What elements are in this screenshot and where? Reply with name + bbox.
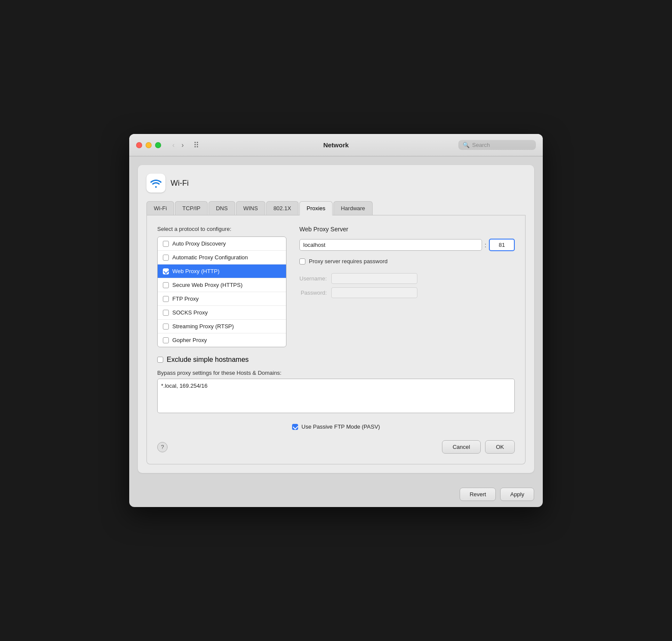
password-requires-row: Proxy server requires password (299, 258, 515, 264)
protocol-auto-config[interactable]: Automatic Proxy Configuration (158, 251, 286, 264)
protocol-label-gopher-proxy: Gopher Proxy (172, 337, 207, 343)
proxy-server-title: Web Proxy Server (299, 226, 515, 233)
grid-icon: ⠿ (193, 140, 199, 150)
ok-button[interactable]: OK (485, 440, 515, 454)
dialog-buttons: Cancel OK (442, 440, 515, 454)
checkbox-auto-proxy[interactable] (163, 241, 169, 247)
password-label: Password: (299, 289, 327, 296)
checkbox-web-proxy-http[interactable] (163, 268, 169, 274)
checkbox-gopher-proxy[interactable] (163, 337, 169, 343)
wifi-label: Wi-Fi (171, 179, 189, 188)
exclude-hostnames-label: Exclude simple hostnames (167, 356, 249, 364)
dialog-footer: ? Cancel OK (157, 440, 515, 454)
bottom-section: Exclude simple hostnames Bypass proxy se… (157, 356, 515, 430)
protocol-label-socks-proxy: SOCKS Proxy (172, 309, 208, 316)
checkbox-secure-web-proxy[interactable] (163, 282, 169, 288)
passive-ftp-row: Use Passive FTP Mode (PASV) (157, 423, 515, 430)
checkbox-auto-config[interactable] (163, 255, 169, 261)
protocol-ftp-proxy[interactable]: FTP Proxy (158, 292, 286, 306)
checkbox-streaming-proxy[interactable] (163, 324, 169, 330)
tab-8021x[interactable]: 802.1X (266, 201, 299, 215)
checkbox-ftp-proxy[interactable] (163, 296, 169, 302)
protocol-web-proxy-http[interactable]: Web Proxy (HTTP) (158, 264, 286, 278)
tab-wins[interactable]: WINS (236, 201, 265, 215)
titlebar: ‹ › ⠿ Network 🔍 Search (129, 134, 543, 156)
forward-button[interactable]: › (179, 140, 186, 150)
revert-button[interactable]: Revert (460, 488, 496, 501)
protocol-auto-proxy-discovery[interactable]: Auto Proxy Discovery (158, 237, 286, 251)
tab-tcpip[interactable]: TCP/IP (175, 201, 208, 215)
protocol-label-secure-web-proxy: Secure Web Proxy (HTTPS) (172, 282, 243, 288)
protocol-label-auto-config: Automatic Proxy Configuration (172, 254, 248, 261)
minimize-button[interactable] (146, 142, 152, 148)
wifi-header: Wi-Fi (146, 174, 526, 193)
password-requires-label: Proxy server requires password (309, 258, 388, 264)
checkbox-passive-ftp[interactable] (292, 424, 298, 430)
server-port-input[interactable] (489, 239, 515, 251)
maximize-button[interactable] (155, 142, 161, 148)
back-button[interactable]: ‹ (170, 140, 177, 150)
protocol-label-streaming-proxy: Streaming Proxy (RTSP) (172, 323, 234, 330)
checkbox-socks-proxy[interactable] (163, 310, 169, 316)
protocol-label-ftp-proxy: FTP Proxy (172, 296, 199, 302)
proxies-content: Select a protocol to configure: Auto Pro… (146, 215, 526, 464)
tab-proxies[interactable]: Proxies (299, 201, 333, 215)
protocol-streaming-proxy[interactable]: Streaming Proxy (RTSP) (158, 320, 286, 333)
checkbox-exclude-hostnames[interactable] (157, 357, 163, 363)
window-footer: Revert Apply (129, 482, 543, 507)
cancel-button[interactable]: Cancel (442, 440, 481, 454)
protocol-label-auto-proxy: Auto Proxy Discovery (172, 240, 226, 247)
protocol-section-label: Select a protocol to configure: (157, 226, 286, 232)
window-title: Network (323, 141, 348, 149)
proxy-server-section: Web Proxy Server : Proxy server requires… (299, 226, 515, 347)
passive-ftp-label: Use Passive FTP Mode (PASV) (302, 423, 380, 430)
protocol-socks-proxy[interactable]: SOCKS Proxy (158, 306, 286, 320)
password-input[interactable] (331, 287, 417, 298)
protocol-gopher-proxy[interactable]: Gopher Proxy (158, 333, 286, 347)
main-content: Wi-Fi Wi-Fi TCP/IP DNS WINS 802.1X Proxi… (129, 156, 543, 482)
tab-hardware[interactable]: Hardware (333, 201, 372, 215)
protocol-section: Select a protocol to configure: Auto Pro… (157, 226, 286, 347)
username-input[interactable] (331, 273, 417, 284)
help-button[interactable]: ? (157, 442, 168, 452)
close-button[interactable] (136, 142, 142, 148)
checkbox-requires-password[interactable] (299, 258, 305, 264)
search-icon: 🔍 (463, 142, 470, 148)
protocol-secure-web-proxy[interactable]: Secure Web Proxy (HTTPS) (158, 278, 286, 292)
exclude-hostnames-row: Exclude simple hostnames (157, 356, 515, 364)
colon-separator: : (485, 242, 486, 249)
protocol-label-web-proxy-http: Web Proxy (HTTP) (172, 268, 220, 274)
wifi-icon (150, 178, 162, 188)
network-window: ‹ › ⠿ Network 🔍 Search Wi-Fi (129, 134, 543, 507)
search-box[interactable]: 🔍 Search (458, 140, 536, 150)
tab-dns[interactable]: DNS (208, 201, 235, 215)
username-label: Username: (299, 275, 327, 282)
wifi-icon-container (146, 174, 165, 193)
bypass-textarea[interactable] (157, 379, 515, 413)
tab-wifi[interactable]: Wi-Fi (146, 201, 174, 215)
content-layout: Select a protocol to configure: Auto Pro… (157, 226, 515, 347)
apply-button[interactable]: Apply (500, 488, 534, 501)
traffic-lights (136, 142, 161, 148)
tab-bar: Wi-Fi TCP/IP DNS WINS 802.1X Proxies Har… (146, 201, 526, 215)
protocol-list: Auto Proxy Discovery Automatic Proxy Con… (157, 236, 286, 347)
server-host-input[interactable] (299, 239, 482, 251)
server-input-row: : (299, 239, 515, 251)
nav-buttons: ‹ › (170, 140, 187, 150)
settings-panel: Wi-Fi Wi-Fi TCP/IP DNS WINS 802.1X Proxi… (138, 165, 534, 473)
credential-grid: Username: Password: (299, 273, 515, 298)
search-placeholder: Search (472, 142, 490, 148)
bypass-label: Bypass proxy settings for these Hosts & … (157, 370, 515, 376)
